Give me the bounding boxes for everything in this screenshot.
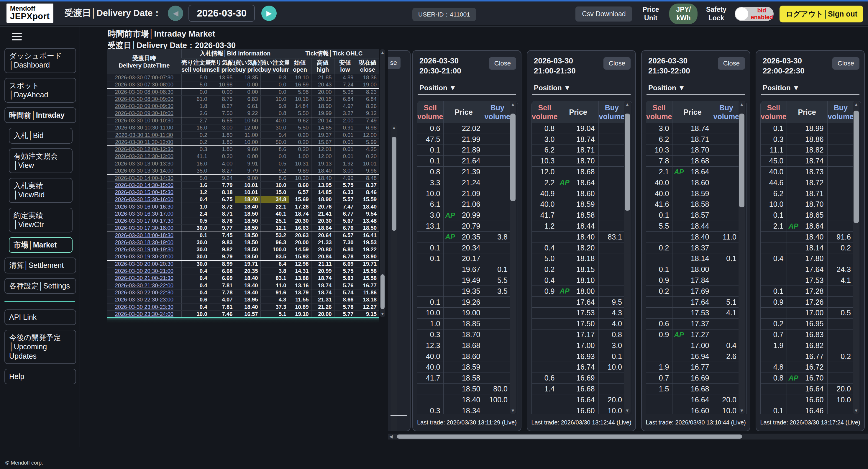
orderbook-row[interactable]: 1.416.68 xyxy=(532,383,625,395)
delivery-datetime-link[interactable]: 2026-03-30 10:00-10:30 xyxy=(107,117,181,124)
orderbook-row[interactable]: 16.7410.0 xyxy=(532,362,625,373)
orderbook-row[interactable]: 17.003.0 xyxy=(532,340,625,351)
orderbook-row[interactable]: 40.018.60 xyxy=(646,177,739,188)
delivery-datetime-link[interactable]: 2026-03-30 22:30-23:00 xyxy=(107,296,181,303)
delivery-datetime-link[interactable]: 2026-03-30 14:00-14:30 xyxy=(107,174,181,181)
close-button[interactable]: Close xyxy=(603,57,630,70)
orderbook-row[interactable]: 0.218.37 xyxy=(646,243,739,253)
orderbook-row[interactable]: 10.021.09 xyxy=(417,188,510,199)
orderbook-row[interactable]: 19.670.1 xyxy=(417,264,510,275)
orderbook-row[interactable]: 17.534.3 xyxy=(532,308,625,319)
orderbook-row[interactable]: 16.942.6 xyxy=(646,351,739,362)
sidebar-item-11[interactable]: API Link xyxy=(4,309,76,325)
panel-scrollbar[interactable]: ▲▼ xyxy=(510,101,516,414)
delivery-datetime-link[interactable]: 2026-03-30 23:30-24:00 xyxy=(107,311,181,318)
delivery-datetime-link[interactable]: 2026-03-30 16:30-17:00 xyxy=(107,210,181,217)
delivery-datetime-link[interactable]: 2026-03-30 13:00-13:30 xyxy=(107,160,181,167)
orderbook-row[interactable]: 1.916.77 xyxy=(646,362,739,373)
delivery-datetime-link[interactable]: 2026-03-30 18:00-18:30 xyxy=(107,232,181,239)
sidebar-item-4[interactable]: 有効注文照会│View xyxy=(9,148,72,174)
scroll-up-icon[interactable]: ▲ xyxy=(624,102,630,107)
orderbook-row[interactable]: 0.417.80 xyxy=(761,253,854,264)
scroll-down-icon[interactable]: ▼ xyxy=(510,408,516,413)
panel-scrollbar[interactable]: ▲▼ xyxy=(739,101,745,414)
orderbook-row[interactable]: 40.018.59 xyxy=(532,199,625,210)
orderbook-row[interactable]: 17.000.4 xyxy=(646,340,739,351)
orderbook-row[interactable]: 6.121.06 xyxy=(417,199,510,210)
safety-lock-toggle[interactable]: bid enabled xyxy=(735,7,774,21)
delivery-datetime-link[interactable]: 2026-03-30 07:30-08:00 xyxy=(107,81,181,88)
scroll-down-icon[interactable]: ▼ xyxy=(380,311,385,316)
orderbook-row[interactable]: 0.622.02 xyxy=(417,123,510,134)
orderbook-row[interactable]: 3.0AP20.99 xyxy=(417,210,510,221)
scroll-thumb[interactable] xyxy=(397,435,742,439)
orderbook-row[interactable]: 0.9AP18.00 xyxy=(532,286,625,297)
orderbook-row[interactable]: 1.218.44 xyxy=(532,221,625,231)
orderbook-row[interactable]: 1.516.68 xyxy=(646,383,739,395)
orderbook-row[interactable]: 17.534.1 xyxy=(646,308,739,319)
orderbook-row[interactable]: 0.418.20 xyxy=(532,243,625,253)
orderbook-row[interactable]: 16.6010.0 xyxy=(761,395,854,405)
orderbook-row[interactable]: 10.019.00 xyxy=(417,308,510,319)
orderbook-row[interactable]: 3.321.24 xyxy=(417,177,510,188)
orderbook-row[interactable]: 16.6010.0 xyxy=(646,405,739,414)
scroll-down-icon[interactable]: ▼ xyxy=(739,408,745,413)
csv-download-button[interactable]: Csv Download xyxy=(576,6,632,22)
orderbook-row[interactable]: 16.6010.0 xyxy=(532,405,625,414)
orderbook-row[interactable]: 40.018.59 xyxy=(646,188,739,199)
orderbook-row[interactable]: 19.353.5 xyxy=(417,286,510,297)
orderbook-row[interactable]: 0.121.64 xyxy=(417,155,510,166)
delivery-datetime-link[interactable]: 2026-03-30 12:30-13:00 xyxy=(107,153,181,160)
delivery-datetime-link[interactable]: 2026-03-30 21:00-21:30 xyxy=(107,275,181,282)
sidebar-item-7[interactable]: 市場│Market xyxy=(9,237,72,253)
position-dropdown[interactable]: Position ▼ xyxy=(534,84,571,92)
delivery-datetime-link[interactable]: 2026-03-30 19:30-20:00 xyxy=(107,253,181,260)
orderbook-row[interactable]: 2.1AP18.64 xyxy=(646,166,739,177)
orderbook-row[interactable]: 41.618.58 xyxy=(646,199,739,210)
orderbook-row[interactable]: 0.117.28 xyxy=(761,286,854,297)
delivery-datetime-link[interactable]: 2026-03-30 09:00-09:30 xyxy=(107,103,181,110)
delivery-datetime-link[interactable]: 2026-03-30 11:30-12:00 xyxy=(107,138,181,146)
position-dropdown[interactable]: Position ▼ xyxy=(420,84,456,92)
orderbook-row[interactable]: 41.718.58 xyxy=(417,373,510,383)
orderbook-row[interactable]: 12.018.68 xyxy=(532,166,625,177)
sidebar-item-5[interactable]: 入札実績│ViewBid xyxy=(9,178,72,203)
orderbook-row[interactable]: AP20.353.8 xyxy=(417,231,510,243)
partial-close-button[interactable]: se xyxy=(388,57,401,69)
orderbook-row[interactable]: 16.6420.0 xyxy=(532,395,625,405)
orderbook-row[interactable]: 0.121.89 xyxy=(417,145,510,156)
next-date-button[interactable]: ▶ xyxy=(261,6,277,21)
main-table-scrollbar[interactable]: ▲ ▼ xyxy=(380,49,385,317)
orderbook-row[interactable]: 10.018.70 xyxy=(761,199,854,210)
orderbook-row[interactable]: 0.917.84 xyxy=(646,275,739,286)
orderbook-row[interactable]: 18.4011.0 xyxy=(646,231,739,243)
delivery-datetime-link[interactable]: 2026-03-30 10:30-11:00 xyxy=(107,124,181,131)
panels-horizontal-scrollbar[interactable]: ◀ xyxy=(388,434,868,439)
delivery-datetime-link[interactable]: 2026-03-30 13:30-14:00 xyxy=(107,167,181,174)
sidebar-item-1[interactable]: スポット│DayAhead xyxy=(4,78,76,103)
delivery-date-input[interactable]: 2026-03-30 xyxy=(188,5,255,22)
delivery-datetime-link[interactable]: 2026-03-30 15:30-16:00 xyxy=(107,196,181,203)
orderbook-row[interactable]: 12.318.68 xyxy=(417,340,510,351)
sidebar-item-0[interactable]: ダッシュボード│Dashboard xyxy=(4,48,76,73)
delivery-datetime-link[interactable]: 2026-03-30 20:30-21:00 xyxy=(107,268,181,275)
orderbook-row[interactable]: 0.318.34 xyxy=(417,405,510,414)
orderbook-row[interactable]: 7.818.68 xyxy=(646,155,739,166)
scroll-thumb[interactable] xyxy=(854,111,859,223)
delivery-datetime-link[interactable]: 2026-03-30 17:00-17:30 xyxy=(107,217,181,224)
orderbook-row[interactable]: 18.4083.1 xyxy=(532,231,625,243)
scroll-up-icon[interactable]: ▲ xyxy=(739,102,745,107)
orderbook-row[interactable]: 18.4091.6 xyxy=(761,231,854,243)
delivery-datetime-link[interactable]: 2026-03-30 12:00-12:30 xyxy=(107,146,181,153)
sidebar-item-12[interactable]: 今後の開発予定│Upcoming Updates xyxy=(4,330,76,364)
orderbook-row[interactable]: 0.716.69 xyxy=(646,373,739,383)
orderbook-row[interactable]: 0.119.26 xyxy=(417,297,510,308)
scroll-thumb[interactable] xyxy=(625,114,630,211)
delivery-datetime-link[interactable]: 2026-03-30 11:00-11:30 xyxy=(107,131,181,138)
orderbook-row[interactable]: 6.218.71 xyxy=(646,134,739,145)
scroll-up-icon[interactable]: ▲ xyxy=(391,125,397,130)
sidebar-item-13[interactable]: Help xyxy=(4,369,76,384)
scroll-thumb[interactable] xyxy=(392,137,396,231)
orderbook-row[interactable]: 0.616.69 xyxy=(532,373,625,383)
orderbook-row[interactable]: 40.018.60 xyxy=(417,351,510,362)
